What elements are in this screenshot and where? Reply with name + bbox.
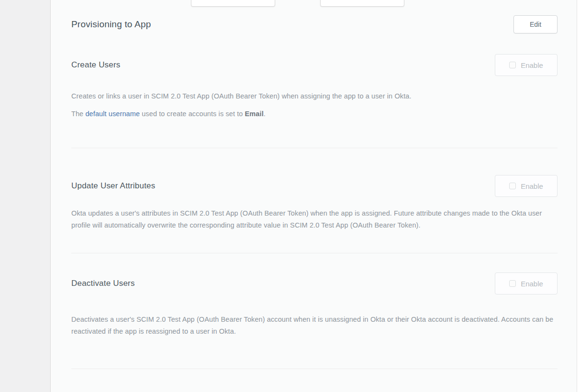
default-username-link[interactable]: default username bbox=[85, 110, 140, 118]
username-line-prefix: The bbox=[71, 110, 85, 118]
deactivate-users-title: Deactivate Users bbox=[71, 279, 135, 288]
provisioning-header: Provisioning to App Edit bbox=[71, 0, 558, 33]
provisioning-settings-panel: Provisioning to App Edit Create Users En… bbox=[51, 0, 577, 392]
username-value: Email bbox=[245, 110, 264, 118]
enable-label: Enable bbox=[521, 61, 543, 69]
truncated-form-field-1[interactable] bbox=[191, 0, 275, 7]
section-divider bbox=[71, 148, 558, 148]
edit-button[interactable]: Edit bbox=[513, 15, 558, 33]
create-users-enable-button[interactable]: Enable bbox=[495, 54, 558, 76]
create-users-username-line: The default username used to create acco… bbox=[71, 108, 558, 120]
left-sidebar-strip bbox=[0, 0, 51, 392]
create-users-enable-checkbox[interactable] bbox=[509, 62, 516, 68]
truncated-form-field-2[interactable] bbox=[320, 0, 404, 7]
deactivate-users-enable-checkbox[interactable] bbox=[509, 280, 516, 287]
enable-label: Enable bbox=[521, 182, 543, 190]
section-deactivate-users: Deactivate Users Enable bbox=[71, 272, 558, 294]
section-divider bbox=[71, 369, 558, 369]
username-line-middle: used to create accounts is set to bbox=[140, 110, 245, 118]
update-user-attributes-description: Okta updates a user's attributes in SCIM… bbox=[71, 207, 558, 231]
deactivate-users-description: Deactivates a user's SCIM 2.0 Test App (… bbox=[71, 314, 558, 338]
update-user-attributes-enable-button[interactable]: Enable bbox=[495, 175, 558, 197]
update-user-attributes-enable-checkbox[interactable] bbox=[509, 183, 516, 189]
update-user-attributes-title: Update User Attributes bbox=[71, 181, 155, 191]
enable-label: Enable bbox=[521, 280, 543, 288]
section-divider bbox=[71, 253, 558, 253]
section-create-users: Create Users Enable bbox=[71, 54, 558, 76]
deactivate-users-enable-button[interactable]: Enable bbox=[495, 272, 558, 294]
section-update-user-attributes: Update User Attributes Enable bbox=[71, 175, 558, 197]
username-line-suffix: . bbox=[264, 110, 266, 118]
create-users-title: Create Users bbox=[71, 60, 121, 70]
page-title: Provisioning to App bbox=[71, 19, 151, 30]
create-users-description: Creates or links a user in SCIM 2.0 Test… bbox=[71, 90, 558, 102]
